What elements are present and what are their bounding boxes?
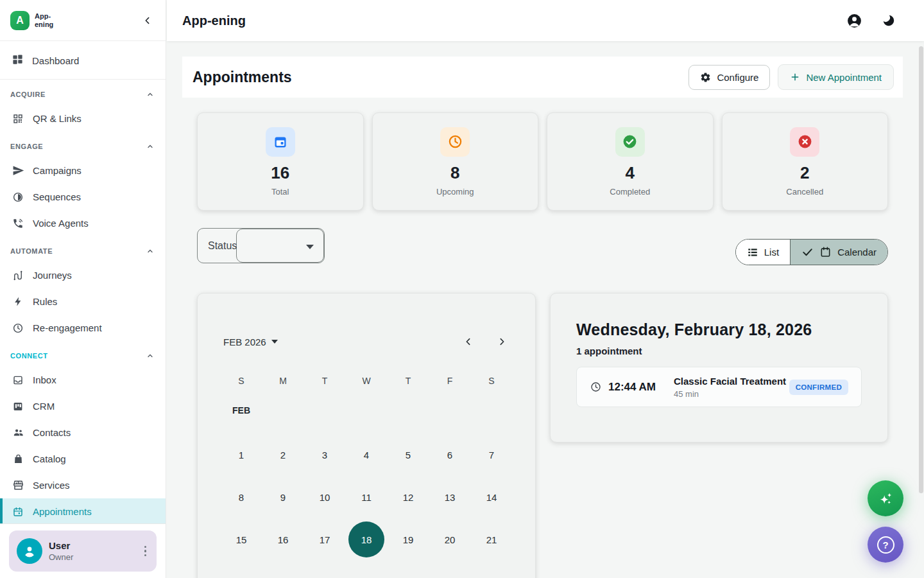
day-cell[interactable]: 19 <box>390 518 426 561</box>
caret-down-icon <box>271 340 278 344</box>
moon-icon <box>882 13 896 28</box>
day-cell[interactable]: 1 <box>223 434 259 476</box>
day-cell[interactable]: 14 <box>474 476 509 518</box>
phone-icon <box>12 217 24 230</box>
user-meta: User Owner <box>49 540 135 562</box>
section-header-engage[interactable]: ENGAGE <box>0 136 166 157</box>
weekday-label: S <box>223 376 259 386</box>
calendar-week: 1 2 3 4 5 6 7 <box>223 434 509 476</box>
sidebar-item-label: Rules <box>33 296 57 307</box>
section-header-acquire[interactable]: ACQUIRE <box>0 83 166 105</box>
day-cell[interactable]: 3 <box>307 434 343 476</box>
day-cell[interactable]: 9 <box>265 476 301 518</box>
storefront-icon <box>12 479 24 492</box>
sidebar-item-rules[interactable]: Rules <box>0 288 166 315</box>
section-label: ACQUIRE <box>10 91 46 98</box>
next-month-button[interactable] <box>494 334 509 349</box>
day-cell[interactable]: 6 <box>432 434 468 476</box>
day-cell[interactable]: 13 <box>432 476 468 518</box>
avatar <box>17 538 42 564</box>
sidebar-item-campaigns[interactable]: Campaigns <box>0 157 166 184</box>
inbox-icon <box>12 374 24 387</box>
sidebar-item-voice-agents[interactable]: Voice Agents <box>0 210 166 236</box>
account-button[interactable] <box>846 12 862 29</box>
stat-chip <box>615 127 645 157</box>
day-cell[interactable]: 20 <box>432 518 468 561</box>
day-cell[interactable]: 16 <box>265 518 301 561</box>
calendar-icon <box>12 505 24 518</box>
sidebar-item-catalog[interactable]: Catalog <box>0 446 166 472</box>
sidebar-item-re-engagement[interactable]: Re-engagement <box>0 315 166 341</box>
sidebar-item-label: Campaigns <box>33 165 81 176</box>
day-cell[interactable]: 10 <box>307 476 343 518</box>
prev-month-button[interactable] <box>461 334 476 349</box>
sidebar-nav: Dashboard ACQUIRE QR & Links ENGAGE Camp… <box>0 42 166 523</box>
appointment-row[interactable]: 12:44 AM Classic Facial Treatment 45 min… <box>576 367 862 407</box>
configure-label: Configure <box>717 72 758 83</box>
weekday-label: T <box>390 376 426 386</box>
day-cell[interactable]: 2 <box>265 434 301 476</box>
new-appointment-button[interactable]: New Appointment <box>778 64 894 90</box>
sidebar-item-journeys[interactable]: Journeys <box>0 262 166 288</box>
status-select[interactable]: Status <box>197 228 325 263</box>
clock-icon <box>590 381 602 393</box>
sidebar-item-dashboard[interactable]: Dashboard <box>0 46 166 75</box>
day-cell[interactable]: 4 <box>348 434 384 476</box>
day-cell[interactable]: 8 <box>223 476 259 518</box>
sidebar-item-label: Dashboard <box>32 55 79 66</box>
view-toggle-list[interactable]: List <box>736 240 791 265</box>
sidebar-item-label: CRM <box>33 401 55 412</box>
topbar-icons <box>846 12 897 29</box>
sidebar-item-crm[interactable]: CRM <box>0 393 166 419</box>
help-button[interactable]: ? <box>868 527 903 563</box>
page-title: Appointments <box>193 69 292 86</box>
stats-row: 16 Total 8 Upcoming 4 Completed <box>197 112 888 211</box>
day-cell[interactable]: 12 <box>390 476 426 518</box>
view-toggle-calendar[interactable]: Calendar <box>791 240 887 265</box>
stat-chip <box>266 127 295 157</box>
page-actions: Configure New Appointment <box>689 64 894 90</box>
chevron-right-icon <box>497 337 507 347</box>
stat-label: Upcoming <box>436 187 474 197</box>
user-card[interactable]: User Owner <box>9 530 157 572</box>
configure-button[interactable]: Configure <box>689 65 770 90</box>
day-cell[interactable]: 17 <box>307 518 343 561</box>
sidebar-item-label: Re-engagement <box>33 322 102 333</box>
sidebar-item-inbox[interactable]: Inbox <box>0 367 166 393</box>
sidebar-item-label: Voice Agents <box>33 218 89 229</box>
chevron-left-icon <box>463 337 474 347</box>
weekday-label: T <box>307 376 343 386</box>
stat-card-total: 16 Total <box>197 112 364 211</box>
topbar: App-ening <box>167 0 924 41</box>
view-toggle: List Calendar <box>735 239 888 265</box>
sidebar-item-contacts[interactable]: Contacts <box>0 419 166 446</box>
section-header-automate[interactable]: AUTOMATE <box>0 240 166 262</box>
day-cell[interactable]: 15 <box>223 518 259 561</box>
sidebar-item-appointments[interactable]: Appointments <box>0 498 166 523</box>
sidebar-item-sequences[interactable]: Sequences <box>0 184 166 210</box>
ai-assistant-button[interactable] <box>868 480 903 516</box>
calendar-nav <box>461 334 509 349</box>
user-menu-button[interactable] <box>142 543 150 559</box>
day-cell-selected[interactable]: 18 <box>348 518 384 561</box>
stat-chip <box>440 127 470 157</box>
day-cell[interactable]: 5 <box>390 434 426 476</box>
caret-down-icon <box>306 245 314 249</box>
check-circle-icon <box>622 134 638 150</box>
section-header-connect[interactable]: CONNECT <box>0 345 166 367</box>
month-row-label: FEB <box>223 405 509 418</box>
sidebar-item-services[interactable]: Services <box>0 472 166 498</box>
weekday-label: F <box>432 376 468 386</box>
chevron-up-icon <box>146 143 154 150</box>
user-panel: User Owner <box>0 523 166 578</box>
dark-mode-toggle[interactable] <box>880 12 897 29</box>
day-cell[interactable]: 11 <box>348 476 384 518</box>
scrollbar-thumb[interactable] <box>919 46 923 493</box>
day-cell[interactable]: 7 <box>474 434 509 476</box>
sidebar-collapse-button[interactable] <box>140 13 155 28</box>
sidebar-item-qr-links[interactable]: QR & Links <box>0 105 166 132</box>
month-dropdown[interactable]: FEB 2026 <box>223 337 278 347</box>
month-label: FEB 2026 <box>223 337 266 347</box>
status-badge: CONFIRMED <box>789 380 848 395</box>
day-cell[interactable]: 21 <box>474 518 509 561</box>
